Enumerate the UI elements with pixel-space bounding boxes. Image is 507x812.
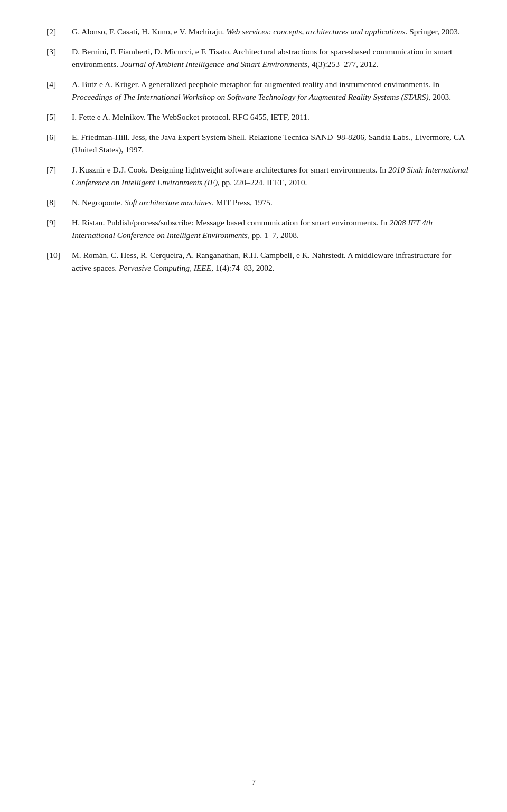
ref-number: [10] (46, 249, 72, 274)
list-item: [10]M. Román, C. Hess, R. Cerqueira, A. … (46, 249, 469, 274)
ref-number: [3] (46, 45, 72, 71)
list-item: [3]D. Bernini, F. Fiamberti, D. Micucci,… (46, 45, 469, 71)
ref-content: J. Kusznir e D.J. Cook. Designing lightw… (72, 164, 469, 189)
page: [2]G. Alonso, F. Casati, H. Kuno, e V. M… (0, 0, 507, 812)
ref-number: [4] (46, 78, 72, 103)
ref-content: N. Negroponte. Soft architecture machine… (72, 196, 469, 209)
list-item: [9]H. Ristau. Publish/process/subscribe:… (46, 216, 469, 242)
ref-number: [2] (46, 25, 72, 38)
list-item: [2]G. Alonso, F. Casati, H. Kuno, e V. M… (46, 25, 469, 38)
ref-content: G. Alonso, F. Casati, H. Kuno, e V. Mach… (72, 25, 469, 38)
ref-content: A. Butz e A. Krüger. A generalized peeph… (72, 78, 469, 103)
ref-content: M. Román, C. Hess, R. Cerqueira, A. Rang… (72, 249, 469, 274)
list-item: [5]I. Fette e A. Melnikov. The WebSocket… (46, 111, 469, 123)
ref-number: [7] (46, 164, 72, 189)
ref-content: H. Ristau. Publish/process/subscribe: Me… (72, 216, 469, 242)
list-item: [4]A. Butz e A. Krüger. A generalized pe… (46, 78, 469, 103)
ref-content: I. Fette e A. Melnikov. The WebSocket pr… (72, 111, 469, 123)
page-number: 7 (0, 776, 507, 789)
list-item: [7]J. Kusznir e D.J. Cook. Designing lig… (46, 164, 469, 189)
ref-content: D. Bernini, F. Fiamberti, D. Micucci, e … (72, 45, 469, 71)
list-item: [6]E. Friedman-Hill. Jess, the Java Expe… (46, 131, 469, 156)
references-list: [2]G. Alonso, F. Casati, H. Kuno, e V. M… (46, 25, 469, 274)
ref-number: [5] (46, 111, 72, 123)
list-item: [8]N. Negroponte. Soft architecture mach… (46, 196, 469, 209)
ref-content: E. Friedman-Hill. Jess, the Java Expert … (72, 131, 469, 156)
ref-number: [8] (46, 196, 72, 209)
ref-number: [6] (46, 131, 72, 156)
ref-number: [9] (46, 216, 72, 242)
